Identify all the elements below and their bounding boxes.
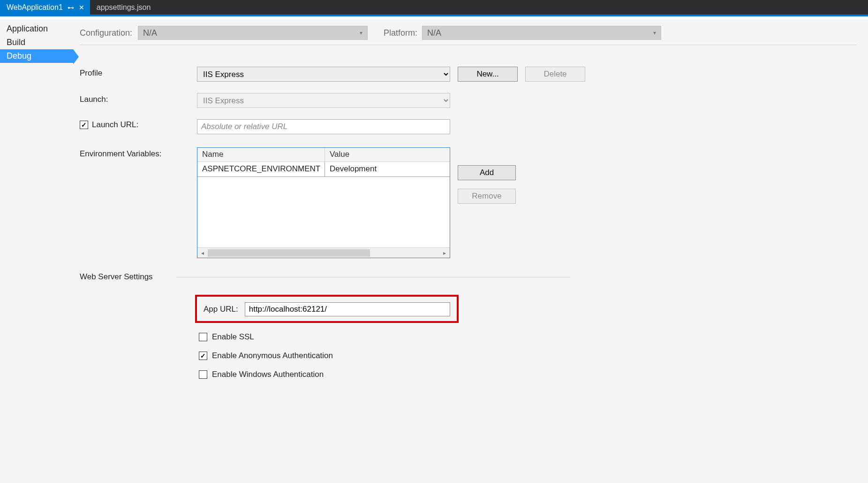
app-url-label: App URL: (204, 305, 238, 314)
env-remove-button: Remove (458, 189, 516, 204)
platform-dropdown: N/A ▾ (422, 26, 661, 40)
enable-anon-label: Enable Anonymous Authentication (212, 351, 333, 360)
tab-inactive[interactable]: appsettings.json (90, 0, 157, 15)
env-header-name[interactable]: Name (197, 148, 325, 161)
close-icon[interactable]: ✕ (79, 4, 84, 11)
config-dropdown: N/A ▾ (138, 26, 368, 40)
row-env: Environment Variables: Name Value ASPNET… (80, 147, 857, 258)
delete-profile-button: Delete (525, 67, 585, 82)
scroll-left-icon[interactable]: ◂ (197, 250, 208, 256)
enable-anon-checkbox[interactable] (199, 352, 207, 360)
sidebar: Application Build Debug (0, 19, 73, 483)
sidebar-item-application[interactable]: Application (0, 22, 73, 36)
sidebar-item-debug[interactable]: Debug (0, 49, 73, 63)
row-profile: Profile IIS Express New... Delete (80, 67, 857, 82)
web-section-rule (176, 277, 570, 277)
row-launch-url: Launch URL: (80, 119, 857, 134)
pin-icon[interactable]: ⊷ (68, 4, 74, 11)
env-grid: Name Value ASPNETCORE_ENVIRONMENT Develo… (197, 147, 450, 258)
env-scrollbar[interactable]: ◂ ▸ (197, 247, 450, 258)
env-header-value[interactable]: Value (325, 148, 450, 161)
config-row: Configuration: N/A ▾ Platform: N/A ▾ (80, 26, 857, 45)
launch-select: IIS Express (197, 93, 450, 108)
titlebar: WebApplication1 ⊷ ✕ appsettings.json (0, 0, 868, 15)
chevron-down-icon: ▾ (360, 30, 362, 36)
enable-ssl-label: Enable SSL (212, 332, 254, 342)
new-profile-button[interactable]: New... (458, 67, 518, 82)
scroll-thumb[interactable] (208, 249, 370, 257)
row-enable-anon: Enable Anonymous Authentication (199, 351, 857, 360)
chevron-down-icon: ▾ (653, 30, 656, 36)
tab-inactive-label: appsettings.json (97, 3, 151, 12)
profile-label: Profile (80, 67, 197, 78)
launch-url-label: Launch URL: (92, 120, 138, 130)
env-header: Name Value (197, 148, 450, 162)
env-row-value: Development (325, 162, 450, 176)
row-enable-win: Enable Windows Authentication (199, 370, 857, 379)
web-section-title: Web Server Settings (80, 272, 153, 282)
enable-ssl-checkbox[interactable] (199, 333, 207, 341)
row-launch: Launch: IIS Express (80, 93, 857, 108)
scroll-right-icon[interactable]: ▸ (439, 250, 450, 256)
platform-label: Platform: (384, 28, 417, 38)
launch-url-input[interactable] (197, 119, 450, 134)
env-add-button[interactable]: Add (458, 165, 516, 180)
launch-label: Launch: (80, 93, 197, 104)
sidebar-item-build[interactable]: Build (0, 36, 73, 49)
platform-value: N/A (427, 28, 441, 38)
row-enable-ssl: Enable SSL (199, 332, 857, 342)
enable-win-label: Enable Windows Authentication (212, 370, 324, 379)
scroll-track[interactable] (208, 249, 439, 257)
enable-win-checkbox[interactable] (199, 370, 207, 379)
config-value: N/A (143, 28, 157, 38)
profile-select[interactable]: IIS Express (197, 67, 450, 82)
env-row[interactable]: ASPNETCORE_ENVIRONMENT Development (197, 162, 450, 177)
launch-url-checkbox[interactable] (80, 121, 88, 129)
tab-active-label: WebApplication1 (7, 3, 63, 12)
config-label: Configuration: (80, 28, 133, 38)
env-label: Environment Variables: (80, 147, 197, 159)
app-url-highlight: App URL: (195, 295, 459, 323)
content: Configuration: N/A ▾ Platform: N/A ▾ Pro… (73, 19, 868, 483)
tab-active[interactable]: WebApplication1 ⊷ ✕ (0, 0, 90, 15)
app-url-input[interactable] (245, 302, 450, 316)
env-row-name: ASPNETCORE_ENVIRONMENT (197, 162, 325, 176)
env-body: ASPNETCORE_ENVIRONMENT Development (197, 162, 450, 247)
web-section-header: Web Server Settings (80, 272, 857, 282)
